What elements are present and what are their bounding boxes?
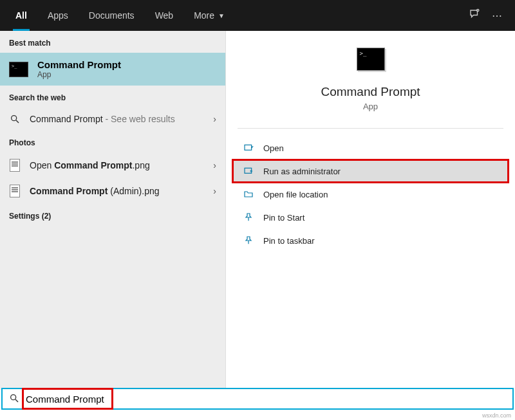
more-icon[interactable]: ⋯: [492, 10, 502, 22]
chevron-right-icon: ›: [213, 160, 216, 170]
tab-documents[interactable]: Documents: [79, 0, 145, 31]
chevron-right-icon: ›: [213, 114, 216, 124]
tab-more-label: More: [194, 10, 214, 21]
top-bar: All Apps Documents Web More▼ ⋯: [0, 0, 515, 31]
tab-more[interactable]: More▼: [183, 0, 235, 31]
action-open-label: Open: [263, 143, 284, 153]
action-pin-to-start[interactable]: Pin to Start: [226, 206, 515, 229]
top-right-icons: ⋯: [469, 8, 510, 23]
app-large-icon: [357, 48, 385, 71]
svg-line-2: [16, 120, 19, 123]
pin-icon: [243, 212, 254, 223]
results-pane: Best match Command Prompt App Search the…: [0, 31, 225, 390]
tab-web[interactable]: Web: [145, 0, 184, 31]
photo-1-text: Open Command Prompt.png: [30, 160, 204, 170]
svg-line-6: [15, 399, 18, 402]
tab-all[interactable]: All: [5, 0, 37, 31]
file-icon: [9, 185, 21, 197]
action-open-file-location[interactable]: Open file location: [226, 183, 515, 206]
best-match-sub: App: [37, 70, 121, 79]
app-title: Command Prompt: [226, 85, 515, 99]
search-icon: [9, 114, 21, 124]
photo-2-text: Command Prompt (Admin).png: [30, 186, 204, 196]
search-icon: [9, 393, 19, 405]
action-pin-to-taskbar[interactable]: Pin to taskbar: [226, 229, 515, 252]
watermark: wsxdn.com: [482, 412, 511, 419]
app-subtitle: App: [226, 102, 515, 111]
svg-point-1: [12, 116, 17, 121]
folder-icon: [243, 189, 254, 199]
svg-point-0: [477, 9, 479, 11]
feedback-icon[interactable]: [469, 8, 480, 23]
filter-tabs: All Apps Documents Web More▼: [5, 0, 235, 31]
photo-result-2[interactable]: Command Prompt (Admin).png ›: [0, 178, 225, 204]
search-bar[interactable]: [1, 388, 514, 410]
chevron-down-icon: ▼: [218, 12, 225, 19]
search-input[interactable]: [26, 394, 506, 405]
details-pane: Command Prompt App Open Run as administr…: [225, 31, 515, 390]
web-result-item[interactable]: Command Prompt - See web results ›: [0, 107, 225, 131]
best-match-title: Command Prompt: [37, 59, 121, 70]
pin-icon: [243, 235, 254, 246]
action-pintaskbar-label: Pin to taskbar: [263, 236, 315, 246]
settings-label[interactable]: Settings (2): [0, 204, 225, 226]
chevron-right-icon: ›: [213, 186, 216, 196]
file-icon: [9, 159, 21, 172]
action-open[interactable]: Open: [226, 136, 515, 160]
photos-label: Photos: [0, 131, 225, 152]
command-prompt-icon: [9, 62, 28, 77]
photo-result-1[interactable]: Open Command Prompt.png ›: [0, 152, 225, 178]
best-match-item[interactable]: Command Prompt App: [0, 53, 225, 86]
main-area: Best match Command Prompt App Search the…: [0, 31, 515, 390]
action-pinstart-label: Pin to Start: [263, 213, 304, 223]
tab-apps[interactable]: Apps: [37, 0, 79, 31]
svg-rect-3: [245, 145, 252, 150]
best-match-label: Best match: [0, 31, 225, 53]
web-result-text: Command Prompt - See web results: [30, 114, 204, 124]
admin-icon: [243, 166, 254, 176]
search-web-label: Search the web: [0, 86, 225, 107]
action-runadmin-label: Run as administrator: [263, 167, 341, 176]
action-run-as-administrator[interactable]: Run as administrator: [232, 160, 509, 183]
action-fileloc-label: Open file location: [263, 190, 328, 199]
best-match-text: Command Prompt App: [37, 59, 121, 79]
svg-point-5: [11, 394, 16, 399]
open-icon: [243, 143, 254, 153]
divider: [238, 128, 503, 129]
actions-list: Open Run as administrator Open file loca…: [226, 136, 515, 252]
